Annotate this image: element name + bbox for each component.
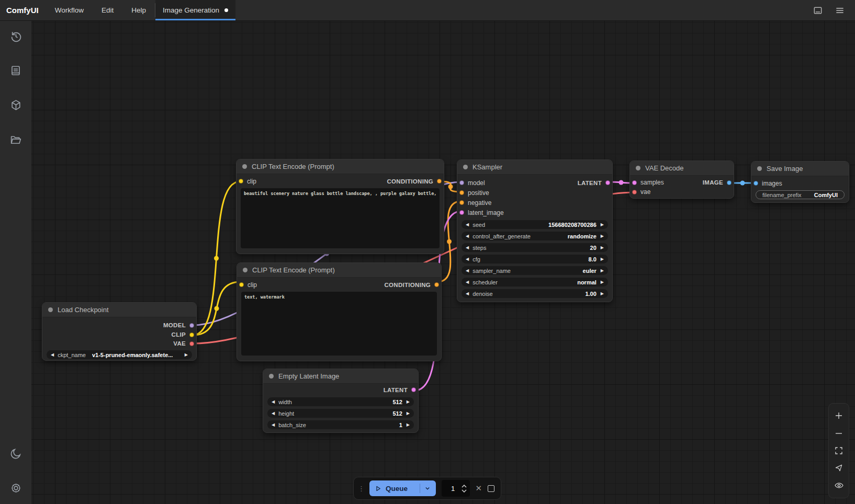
filename-prefix-widget[interactable]: filename_prefix ComfyUI <box>756 190 845 199</box>
decrement-arrow-icon[interactable]: ◀ <box>466 269 469 273</box>
node-load-checkpoint[interactable]: Load Checkpoint MODEL CLIP VAE ◀ ckpt_na… <box>42 302 197 361</box>
conditioning-output-port[interactable] <box>434 282 439 287</box>
latent-output-port[interactable] <box>605 180 610 185</box>
prev-value-arrow-icon[interactable]: ◀ <box>51 353 54 357</box>
increment-arrow-icon[interactable]: ▶ <box>407 400 410 404</box>
vae-output-port[interactable] <box>189 341 194 346</box>
drag-handle-icon[interactable]: ⋮ <box>358 485 364 492</box>
node-title-bar[interactable]: Empty Latent Image <box>263 369 418 384</box>
width-widget[interactable]: ◀ width 512 ▶ <box>267 397 414 406</box>
toggle-link-visibility-eye-icon[interactable] <box>834 480 844 491</box>
workflows-folder-icon[interactable] <box>9 133 22 146</box>
decrement-arrow-icon[interactable]: ◀ <box>466 292 469 296</box>
samples-input-port[interactable] <box>632 180 637 185</box>
denoise-widget[interactable]: ◀ denoise 1.00 ▶ <box>462 289 608 298</box>
node-title-bar[interactable]: CLIP Text Encode (Prompt) <box>237 263 441 278</box>
queue-options-chevron[interactable] <box>420 484 431 493</box>
queue-button-label: Queue <box>386 485 408 492</box>
increment-arrow-icon[interactable]: ▶ <box>601 269 604 273</box>
control-after-generate-widget[interactable]: ◀ control_after_generate randomize ▶ <box>462 232 608 240</box>
positive-input-port[interactable] <box>459 190 464 195</box>
settings-gear-icon[interactable] <box>9 481 22 495</box>
increment-arrow-icon[interactable]: ▶ <box>601 234 604 238</box>
node-title-bar[interactable]: Load Checkpoint <box>42 303 196 317</box>
node-title-bar[interactable]: KSampler <box>457 160 612 175</box>
conditioning-output-port[interactable] <box>437 179 442 184</box>
node-ksampler[interactable]: KSampler model LATENT positive negative … <box>457 159 613 302</box>
batch-size-widget[interactable]: ◀ batch_size 1 ▶ <box>267 420 414 429</box>
node-library-icon[interactable] <box>9 98 22 112</box>
cfg-widget[interactable]: ◀ cfg 8.0 ▶ <box>462 255 608 264</box>
decrement-arrow-icon[interactable]: ◀ <box>272 400 275 404</box>
node-title-bar[interactable]: VAE Decode <box>630 161 734 176</box>
theme-toggle-moon-icon[interactable] <box>9 446 22 460</box>
node-vae-decode[interactable]: VAE Decode samples IMAGE vae <box>629 161 734 199</box>
height-widget[interactable]: ◀ height 512 ▶ <box>267 409 414 418</box>
decrement-arrow-icon[interactable]: ◀ <box>272 411 275 416</box>
widget-value: 1 <box>399 422 402 428</box>
increment-arrow-icon[interactable]: ▶ <box>601 292 604 296</box>
latent-output-port[interactable] <box>411 387 416 392</box>
increment-arrow-icon[interactable]: ▶ <box>407 411 410 416</box>
zoom-in-icon[interactable] <box>834 410 844 421</box>
pan-mode-icon[interactable] <box>834 463 844 473</box>
negative-input-port[interactable] <box>459 200 464 205</box>
menu-edit[interactable]: Edit <box>93 0 122 20</box>
node-title-bar[interactable]: CLIP Text Encode (Prompt) <box>237 159 444 174</box>
clip-output-port[interactable] <box>189 333 194 337</box>
increment-arrow-icon[interactable]: ▶ <box>601 257 604 261</box>
steps-widget[interactable]: ◀ steps 20 ▶ <box>462 243 608 252</box>
decrement-arrow-icon[interactable]: ◀ <box>466 234 469 238</box>
increment-arrow-icon[interactable]: ▶ <box>601 246 604 250</box>
node-save-image[interactable]: Save Image images filename_prefix ComfyU… <box>751 161 849 203</box>
next-value-arrow-icon[interactable]: ▶ <box>185 353 188 357</box>
increment-arrow-icon[interactable]: ▶ <box>601 280 604 284</box>
decrement-arrow-icon[interactable]: ◀ <box>272 423 275 427</box>
image-output-port[interactable] <box>727 180 732 185</box>
history-icon[interactable] <box>9 29 22 43</box>
vae-input-port[interactable] <box>632 190 637 194</box>
decrement-arrow-icon[interactable]: ◀ <box>466 246 469 250</box>
increment-arrow-icon[interactable]: ▶ <box>601 223 604 227</box>
clip-input-port[interactable] <box>239 179 243 184</box>
node-empty-latent-image[interactable]: Empty Latent Image LATENT ◀ width 512 ▶ … <box>263 369 419 433</box>
seed-widget[interactable]: ◀ seed 156680208700286 ▶ <box>462 220 608 229</box>
node-clip-text-encode-positive[interactable]: CLIP Text Encode (Prompt) clip CONDITION… <box>236 159 444 254</box>
bottom-panel-icon[interactable] <box>812 5 824 16</box>
widget-value: ComfyUI <box>814 192 838 198</box>
latent-image-input-port[interactable] <box>459 210 464 215</box>
spinner-up-icon[interactable] <box>462 485 467 488</box>
active-tab-underline <box>155 19 235 20</box>
positive-prompt-textarea[interactable]: beautiful scenery nature glass bottle la… <box>241 188 440 248</box>
clip-input-port[interactable] <box>239 282 244 287</box>
images-input-port[interactable] <box>753 181 758 186</box>
model-input-port[interactable] <box>459 180 464 185</box>
fit-view-icon[interactable] <box>834 445 844 456</box>
increment-arrow-icon[interactable]: ▶ <box>407 423 410 427</box>
widget-name: seed <box>473 222 485 228</box>
port-label-latent-image: latent_image <box>468 209 504 216</box>
model-output-port[interactable] <box>189 323 194 328</box>
tab-image-generation[interactable]: Image Generation <box>155 0 235 20</box>
menu-help[interactable]: Help <box>122 0 155 20</box>
port-label-vae: VAE <box>173 340 186 347</box>
menu-icon[interactable] <box>834 5 846 16</box>
stop-icon[interactable] <box>488 485 494 492</box>
spinner-down-icon[interactable] <box>462 489 467 492</box>
queue-run-button[interactable]: Queue <box>369 480 436 496</box>
decrement-arrow-icon[interactable]: ◀ <box>466 257 469 261</box>
node-title-bar[interactable]: Save Image <box>751 162 849 176</box>
batch-count-spinner[interactable]: 1 <box>442 480 470 497</box>
scheduler-widget[interactable]: ◀ scheduler normal ▶ <box>462 278 608 287</box>
zoom-out-icon[interactable] <box>834 428 844 439</box>
sampler-name-widget[interactable]: ◀ sampler_name euler ▶ <box>462 266 608 275</box>
decrement-arrow-icon[interactable]: ◀ <box>466 223 469 227</box>
negative-prompt-textarea[interactable]: text, watermark <box>241 292 437 356</box>
node-clip-text-encode-negative[interactable]: CLIP Text Encode (Prompt) clip CONDITION… <box>237 262 442 361</box>
queue-log-icon[interactable] <box>9 64 22 77</box>
decrement-arrow-icon[interactable]: ◀ <box>466 280 469 284</box>
menu-workflow[interactable]: Workflow <box>46 0 93 20</box>
clear-queue-icon[interactable]: ✕ <box>476 484 482 493</box>
widget-value: 512 <box>392 410 402 417</box>
ckpt-name-widget[interactable]: ◀ ckpt_name v1-5-pruned-emaonly.safete..… <box>47 350 192 359</box>
